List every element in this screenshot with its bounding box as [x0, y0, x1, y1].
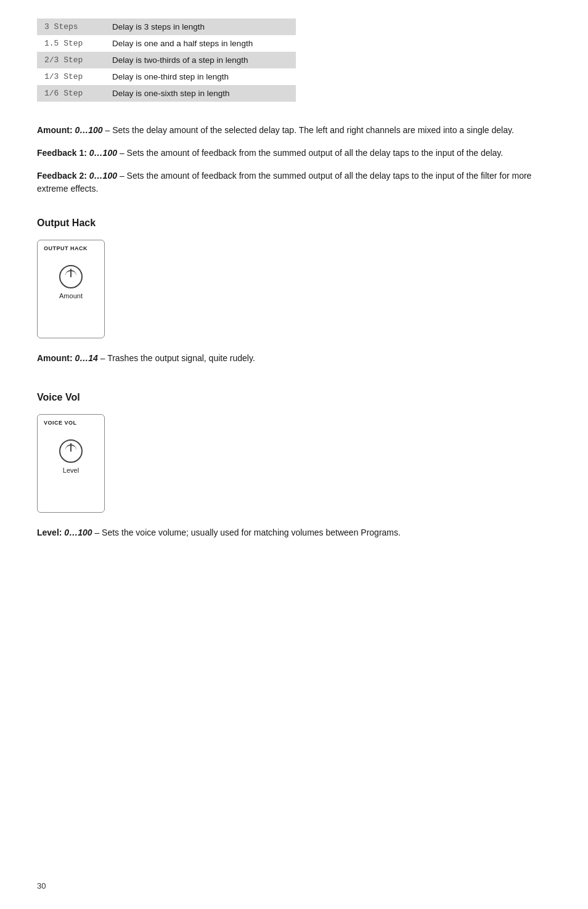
voice-vol-param: Level: 0…100 – Sets the voice volume; us… — [37, 526, 551, 539]
param-section-0: Amount: 0…100 – Sets the delay amount of… — [37, 124, 551, 137]
voice-vol-device-label: VOICE VOL — [44, 420, 77, 426]
voice-vol-knob-area: Level — [44, 439, 98, 474]
output-hack-device-label: OUTPUT HACK — [44, 245, 88, 251]
param-section-1: Feedback 1: 0…100 – Sets the amount of f… — [37, 147, 551, 160]
param-range-0: 0…100 — [75, 125, 102, 135]
table-cell-desc-3: Delay is one-third step in length — [105, 68, 296, 85]
output-hack-device: OUTPUT HACK Amount — [37, 240, 105, 338]
voice-vol-knob-icon — [59, 439, 83, 463]
knob-half-indicator — [65, 270, 76, 275]
output-hack-param-name: Amount: — [37, 353, 73, 363]
voice-vol-heading: Voice Vol — [37, 392, 551, 403]
table-cell-code-4: 1/6 Step — [37, 85, 105, 102]
page-number: 30 — [37, 881, 46, 891]
table-cell-code-2: 2/3 Step — [37, 52, 105, 68]
delay-table: 3 StepsDelay is 3 steps in length1.5 Ste… — [37, 18, 296, 102]
param-name-0: Amount: — [37, 125, 73, 135]
table-cell-desc-1: Delay is one and a half steps in length — [105, 35, 296, 52]
table-cell-code-0: 3 Steps — [37, 18, 105, 35]
table-cell-code-3: 1/3 Step — [37, 68, 105, 85]
output-hack-knob-area: Amount — [44, 265, 98, 300]
output-hack-param-desc: – Trashes the output signal, quite rudel… — [100, 353, 255, 363]
voice-vol-param-name: Level: — [37, 528, 62, 537]
output-hack-knob-label: Amount — [59, 292, 83, 300]
param-name-1: Feedback 1: — [37, 148, 87, 158]
param-name-2: Feedback 2: — [37, 171, 87, 181]
table-cell-desc-2: Delay is two-thirds of a step in length — [105, 52, 296, 68]
table-cell-desc-4: Delay is one-sixth step in length — [105, 85, 296, 102]
param-range-1: 0…100 — [89, 148, 117, 158]
param-desc-1: – Sets the amount of feedback from the s… — [120, 148, 503, 158]
param-range-2: 0…100 — [89, 171, 117, 181]
param-section-2: Feedback 2: 0…100 – Sets the amount of f… — [37, 169, 551, 195]
output-hack-knob-icon — [59, 265, 83, 288]
voice-vol-param-range: 0…100 — [64, 528, 92, 537]
knob-half-indicator-2 — [65, 444, 76, 450]
voice-vol-device: VOICE VOL Level — [37, 414, 105, 513]
table-cell-code-1: 1.5 Step — [37, 35, 105, 52]
table-cell-desc-0: Delay is 3 steps in length — [105, 18, 296, 35]
param-desc-0: – Sets the delay amount of the selected … — [105, 125, 513, 135]
voice-vol-param-desc: – Sets the voice volume; usually used fo… — [94, 528, 400, 537]
output-hack-param: Amount: 0…14 – Trashes the output signal… — [37, 352, 551, 365]
voice-vol-knob-label: Level — [63, 467, 79, 474]
output-hack-heading: Output Hack — [37, 218, 551, 229]
output-hack-param-range: 0…14 — [75, 353, 97, 363]
